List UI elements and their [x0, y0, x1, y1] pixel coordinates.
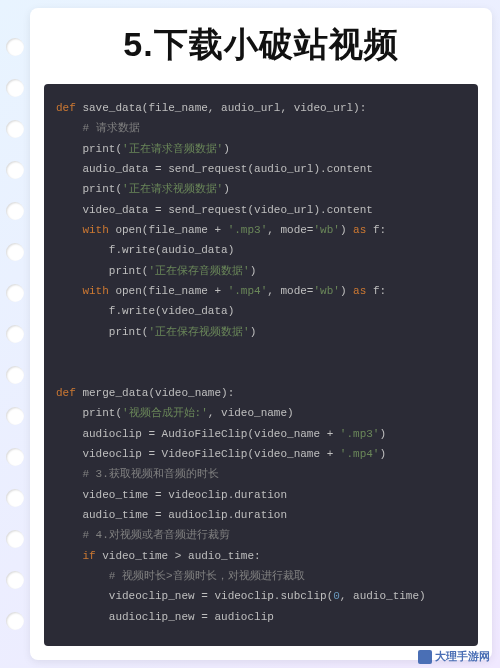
spiral-hole: [6, 612, 24, 630]
spiral-hole: [6, 407, 24, 425]
comment: # 4.对视频或者音频进行裁剪: [82, 529, 229, 541]
page-card: 5.下载小破站视频 def save_data(file_name, audio…: [30, 8, 492, 660]
spiral-hole: [6, 161, 24, 179]
code-line: audioclip_new = audioclip: [109, 611, 274, 623]
code-line: f.write(audio_data): [109, 244, 234, 256]
page-title: 5.下载小破站视频: [30, 8, 492, 78]
watermark: 大理手游网: [418, 649, 490, 664]
code-line: video_data = send_request(video_url).con…: [82, 204, 372, 216]
code-line: audio_time = audioclip.duration: [82, 509, 287, 521]
spiral-hole: [6, 79, 24, 97]
spiral-hole: [6, 284, 24, 302]
spiral-hole: [6, 489, 24, 507]
spiral-hole: [6, 530, 24, 548]
comment: # 3.获取视频和音频的时长: [82, 468, 218, 480]
spiral-hole: [6, 202, 24, 220]
code-line: audio_data = send_request(audio_url).con…: [82, 163, 372, 175]
spiral-hole: [6, 120, 24, 138]
comment: # 视频时长>音频时长，对视频进行裁取: [109, 570, 305, 582]
fn-name: merge_data: [82, 387, 148, 399]
spiral-hole: [6, 325, 24, 343]
spiral-hole: [6, 366, 24, 384]
watermark-text: 大理手游网: [435, 649, 490, 664]
spiral-binding: [0, 0, 30, 668]
kw-def: def: [56, 387, 76, 399]
fn-params: (file_name, audio_url, video_url):: [142, 102, 366, 114]
code-block: def save_data(file_name, audio_url, vide…: [44, 84, 478, 646]
fn-name: save_data: [82, 102, 141, 114]
fn-params: (video_name):: [148, 387, 234, 399]
code-line: f.write(video_data): [109, 305, 234, 317]
spiral-hole: [6, 38, 24, 56]
spiral-hole: [6, 571, 24, 589]
watermark-icon: [418, 650, 432, 664]
code-line: video_time = videoclip.duration: [82, 489, 287, 501]
spiral-hole: [6, 448, 24, 466]
comment: # 请求数据: [82, 122, 139, 134]
spiral-hole: [6, 243, 24, 261]
kw-def: def: [56, 102, 76, 114]
